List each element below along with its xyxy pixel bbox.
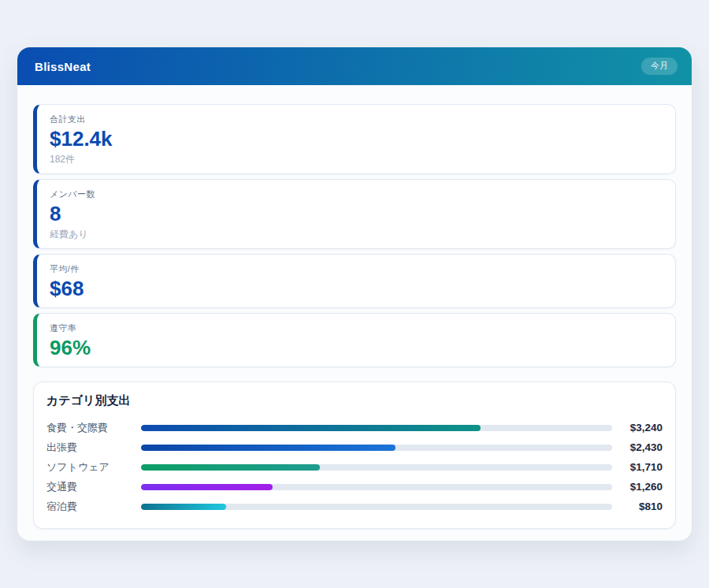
category-bar-track bbox=[141, 464, 612, 471]
category-label: ソフトウェア bbox=[46, 460, 141, 474]
dashboard-content: 合計支出 $12.4k 182件 メンバー数 8 経費あり 平均/件 $68 遵… bbox=[17, 85, 692, 529]
category-bar-fill bbox=[141, 504, 226, 510]
app-header: BlissNeat 今月 bbox=[17, 47, 692, 85]
stat-card-compliance-rate: 遵守率 96% bbox=[33, 313, 676, 367]
category-bar-track bbox=[141, 504, 612, 510]
dashboard-panel: BlissNeat 今月 合計支出 $12.4k 182件 メンバー数 8 経費… bbox=[17, 47, 692, 541]
category-bar-row: ソフトウェア$1,710 bbox=[46, 457, 663, 477]
category-bar-fill bbox=[141, 464, 320, 471]
stat-sub: 182件 bbox=[50, 153, 663, 166]
category-label: 食費・交際費 bbox=[46, 421, 141, 435]
period-badge[interactable]: 今月 bbox=[641, 58, 677, 74]
stat-card-average-per-item: 平均/件 $68 bbox=[33, 254, 676, 308]
category-bar-row: 宿泊費$810 bbox=[46, 497, 663, 516]
stat-label: 遵守率 bbox=[50, 322, 663, 334]
category-bar-row: 食費・交際費$3,240 bbox=[46, 418, 663, 437]
stat-label: 合計支出 bbox=[50, 114, 663, 125]
category-bar-track bbox=[141, 425, 612, 431]
category-value: $2,430 bbox=[612, 441, 663, 453]
stat-value: $12.4k bbox=[50, 128, 663, 151]
category-bar-row: 出張費$2,430 bbox=[46, 437, 663, 457]
category-value: $3,240 bbox=[612, 422, 663, 434]
stat-card-total-spend: 合計支出 $12.4k 182件 bbox=[33, 104, 676, 174]
category-bar-track bbox=[141, 484, 612, 490]
stat-label: メンバー数 bbox=[50, 188, 663, 200]
category-value: $1,260 bbox=[612, 481, 663, 493]
category-bar-row: 交通費$1,260 bbox=[46, 477, 663, 497]
stat-value: 8 bbox=[50, 203, 663, 225]
category-bar-fill bbox=[141, 484, 273, 490]
category-label: 出張費 bbox=[46, 441, 141, 455]
category-spend-card: カテゴリ別支出 食費・交際費$3,240出張費$2,430ソフトウェア$1,71… bbox=[33, 381, 676, 529]
stat-sub: 経費あり bbox=[50, 228, 663, 241]
stat-card-member-count: メンバー数 8 経費あり bbox=[33, 179, 676, 249]
category-value: $810 bbox=[612, 501, 663, 512]
category-label: 宿泊費 bbox=[46, 500, 141, 514]
category-card-title: カテゴリ別支出 bbox=[46, 393, 663, 408]
stat-label: 平均/件 bbox=[50, 263, 663, 275]
app-title: BlissNeat bbox=[35, 60, 91, 73]
stat-value: 96% bbox=[50, 337, 663, 359]
stat-value: $68 bbox=[50, 277, 663, 300]
category-label: 交通費 bbox=[46, 480, 141, 494]
category-value: $1,710 bbox=[612, 461, 663, 473]
category-bar-fill bbox=[141, 445, 395, 451]
category-bar-list: 食費・交際費$3,240出張費$2,430ソフトウェア$1,710交通費$1,2… bbox=[46, 418, 663, 516]
category-bar-track bbox=[141, 445, 612, 451]
category-bar-fill bbox=[141, 425, 481, 431]
